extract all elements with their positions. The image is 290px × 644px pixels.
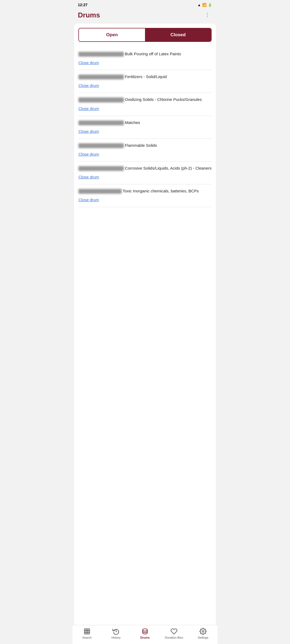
main-content: Open Closed 2025-01-24 14:51 145.02 Bulk…: [74, 24, 216, 625]
more-options-button[interactable]: [202, 10, 212, 20]
drum-close-action-3[interactable]: Close drum: [78, 105, 99, 114]
svg-point-12: [143, 629, 147, 631]
drum-item-5: 2025-01-24 14:52 148.07 Flammable Solids…: [78, 139, 212, 162]
drum-close-action-2[interactable]: Close drum: [78, 82, 99, 91]
drum-list: 2025-01-24 14:51 145.02 Bulk Pouring off…: [78, 47, 212, 207]
svg-rect-11: [88, 632, 90, 634]
nav-item-history[interactable]: History: [102, 628, 130, 639]
drum-close-action-1[interactable]: Close drum: [78, 59, 99, 68]
page-title: Drums: [78, 11, 100, 19]
nav-item-donation-bins[interactable]: Donation Bins: [160, 628, 189, 639]
tab-open[interactable]: Open: [79, 28, 145, 41]
signal-icon: 📶: [202, 3, 206, 7]
svg-point-0: [207, 13, 208, 13]
drum-title-3: 2025-01-18 09:42 148.04 Oxidizing Solids…: [78, 97, 212, 102]
drum-close-action-6[interactable]: Close drum: [78, 174, 99, 182]
svg-point-1: [207, 15, 208, 15]
toggle-tabs: Open Closed: [78, 28, 212, 42]
drum-title-6: 2024-12-11 08:18 148.08 Corrosive Solids…: [78, 165, 212, 171]
wifi-icon: ▲: [197, 3, 201, 7]
drum-close-action-5[interactable]: Close drum: [78, 151, 99, 160]
drum-date-blurred-7: 2025-01-24 16:40 148.1: [78, 189, 122, 194]
nav-item-settings[interactable]: Settings: [189, 628, 218, 639]
header: Drums: [73, 9, 218, 24]
drum-date-blurred-2: 2025-01-24 17:44 147.81: [78, 75, 124, 79]
svg-point-13: [202, 631, 204, 632]
tab-closed[interactable]: Closed: [145, 28, 211, 41]
bottom-nav: Search History Drums Donation Bins Setti…: [73, 625, 218, 644]
drum-item-7: 2025-01-24 16:40 148.1 Toxic Inorganic c…: [78, 184, 212, 207]
nav-item-search[interactable]: Search: [73, 628, 102, 639]
drum-title-2: 2025-01-24 17:44 147.81 Fertilizers - So…: [78, 74, 212, 79]
nav-label-history: History: [111, 636, 121, 639]
drum-item-4: 2025-01-24 15:28 148.86 MatchesClose dru…: [78, 116, 212, 139]
drum-date-blurred-5: 2025-01-24 14:52 148.07: [78, 143, 124, 148]
drum-close-action-4[interactable]: Close drum: [78, 128, 99, 137]
drum-date-blurred-1: 2025-01-24 14:51 145.02: [78, 52, 124, 57]
drum-title-5: 2025-01-24 14:52 148.07 Flammable Solids: [78, 142, 212, 148]
drum-item-6: 2024-12-11 08:18 148.08 Corrosive Solids…: [78, 162, 212, 184]
drum-date-blurred-6: 2024-12-11 08:18 148.08: [78, 166, 124, 171]
svg-point-2: [207, 16, 208, 17]
drum-date-blurred-3: 2025-01-18 09:42 148.04: [78, 97, 124, 102]
drum-title-7: 2025-01-24 16:40 148.1 Toxic Inorganic c…: [78, 188, 212, 194]
status-bar: 12:27 ▲ 📶 🔋: [73, 0, 218, 9]
drum-item-2: 2025-01-24 17:44 147.81 Fertilizers - So…: [78, 70, 212, 93]
drum-title-1: 2025-01-24 14:51 145.02 Bulk Pouring off…: [78, 51, 212, 57]
battery-icon: 🔋: [208, 3, 212, 7]
status-time: 12:27: [78, 3, 88, 7]
nav-label-settings: Settings: [198, 636, 208, 639]
status-icons: ▲ 📶 🔋: [197, 3, 212, 7]
nav-item-drums[interactable]: Drums: [130, 628, 160, 639]
nav-label-search: Search: [82, 636, 92, 639]
drum-item-1: 2025-01-24 14:51 145.02 Bulk Pouring off…: [78, 47, 212, 70]
nav-label-drums: Drums: [140, 636, 150, 639]
nav-label-donation-bins: Donation Bins: [165, 636, 183, 639]
drum-close-action-7[interactable]: Close drum: [78, 196, 99, 205]
drum-title-4: 2025-01-24 15:28 148.86 Matches: [78, 120, 212, 125]
drum-item-3: 2025-01-18 09:42 148.04 Oxidizing Solids…: [78, 93, 212, 116]
drum-date-blurred-4: 2025-01-24 15:28 148.86: [78, 120, 124, 125]
